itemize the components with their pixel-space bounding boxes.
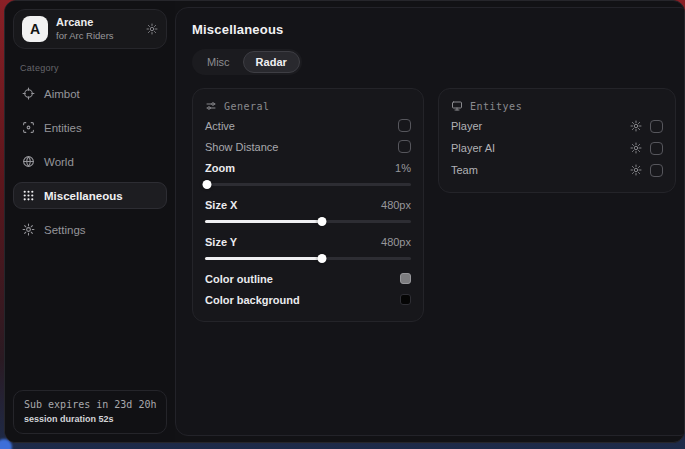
player-ai-row: Player AI [451,137,663,159]
player-row: Player [451,115,663,137]
sidebar-item-label: Settings [44,224,86,236]
subscription-info-box: Sub expires in 23d 20h session duration … [13,390,167,434]
general-panel-header: General [205,98,411,115]
zoom-slider-thumb[interactable] [203,180,212,189]
grid-dots-icon [22,189,35,202]
session-duration-text: session duration 52s [24,414,156,424]
app-logo-card: A Arcane for Arc Riders [13,9,167,49]
entities-panel-title: Entityes [470,101,522,112]
show-distance-label: Show Distance [205,141,278,153]
gear-icon [22,223,35,236]
general-panel: General Active Show Distance Zoom 1% [192,88,424,322]
size-y-value: 480px [381,236,411,248]
player-checkbox[interactable] [650,120,663,133]
active-row: Active [205,115,411,136]
sidebar-item-miscellaneous[interactable]: Miscellaneous [13,182,167,209]
player-ai-settings-gear-icon[interactable] [630,142,642,154]
color-outline-swatch[interactable] [400,273,411,284]
sliders-icon [205,100,217,112]
zoom-value: 1% [395,162,411,174]
sidebar-item-entities[interactable]: Entities [13,114,167,141]
main-panel: Miscellaneous Misc Radar General Active [175,7,685,436]
size-x-slider-fill [205,220,322,223]
app-subtitle: for Arc Riders [56,30,114,42]
size-x-slider-thumb[interactable] [318,217,327,226]
sidebar-item-settings[interactable]: Settings [13,216,167,243]
show-distance-row: Show Distance [205,136,411,157]
entities-panel: Entityes Player Player AI [438,88,676,193]
zoom-row: Zoom 1% [205,157,411,178]
size-x-value: 480px [381,199,411,211]
color-outline-label: Color outline [205,273,273,285]
page-title: Miscellaneous [192,22,676,37]
cards-container: General Active Show Distance Zoom 1% [192,88,676,322]
settings-gear-icon[interactable] [146,23,158,35]
size-x-label: Size X [205,199,237,211]
size-x-row: Size X 480px [205,194,411,215]
show-distance-checkbox[interactable] [398,140,411,153]
sidebar-item-world[interactable]: World [13,148,167,175]
category-label: Category [20,63,167,73]
app-avatar: A [22,16,48,42]
color-background-label: Color background [205,294,300,306]
active-checkbox[interactable] [398,119,411,132]
sub-expires-text: Sub expires in 23d 20h [24,399,156,410]
player-label: Player [451,120,630,132]
tab-radar[interactable]: Radar [243,51,300,73]
crosshair-icon [22,87,35,100]
color-background-row: Color background [205,289,411,310]
size-y-slider[interactable] [205,253,411,263]
size-y-slider-thumb[interactable] [318,254,327,263]
entities-panel-header: Entityes [451,98,663,115]
sidebar-item-aimbot[interactable]: Aimbot [13,80,167,107]
team-label: Team [451,164,630,176]
globe-icon [22,155,35,168]
tab-bar: Misc Radar [192,49,302,75]
size-y-label: Size Y [205,236,237,248]
app-window: A Arcane for Arc Riders Category [4,0,685,443]
zoom-label: Zoom [205,162,235,174]
sidebar-item-label: Aimbot [44,88,80,100]
team-settings-gear-icon[interactable] [630,164,642,176]
app-title: Arcane [56,16,114,30]
scan-eye-icon [22,121,35,134]
app-logo-text: Arcane for Arc Riders [56,16,114,42]
size-y-slider-fill [205,257,322,260]
zoom-slider[interactable] [205,179,411,189]
general-panel-title: General [224,101,270,112]
player-settings-gear-icon[interactable] [630,120,642,132]
player-ai-label: Player AI [451,142,630,154]
sidebar-nav: Aimbot Entities World [13,80,167,243]
size-y-row: Size Y 480px [205,231,411,252]
player-ai-checkbox[interactable] [650,142,663,155]
zoom-slider-track[interactable] [205,183,411,186]
size-x-slider[interactable] [205,216,411,226]
tab-misc[interactable]: Misc [194,51,243,73]
color-outline-row: Color outline [205,268,411,289]
team-checkbox[interactable] [650,164,663,177]
active-label: Active [205,120,235,132]
sidebar-item-label: Miscellaneous [44,190,123,202]
sidebar: A Arcane for Arc Riders Category [5,1,175,442]
color-background-swatch[interactable] [400,294,411,305]
sidebar-item-label: World [44,156,74,168]
monitor-icon [451,100,463,112]
sidebar-item-label: Entities [44,122,82,134]
team-row: Team [451,159,663,181]
